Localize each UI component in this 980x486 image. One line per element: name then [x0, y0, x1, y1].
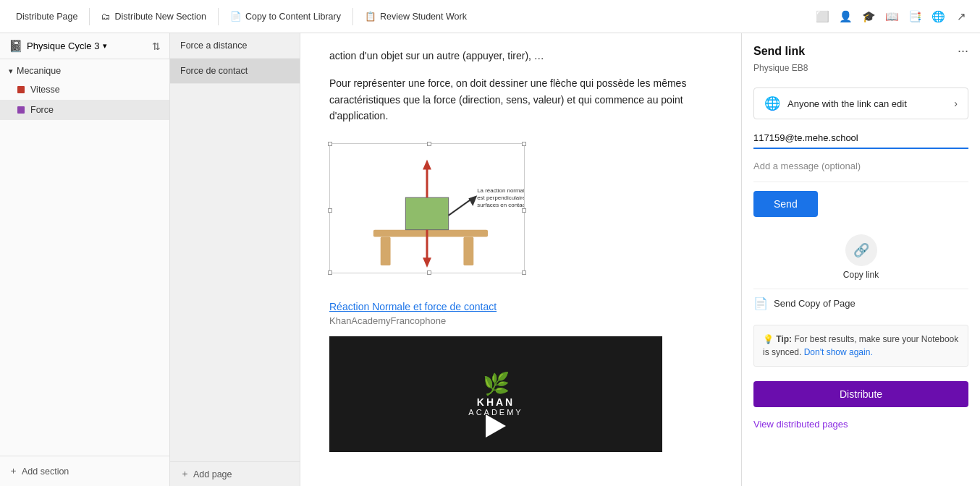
dont-show-again-link[interactable]: Don't show again. [804, 347, 873, 357]
main-area: 📓 Physique Cycle 3 ▾ ⇅ ▾ Mecanique Vites… [0, 33, 980, 486]
toolbar-sep-1 [89, 8, 90, 25]
copy-library-icon: 📄 [230, 11, 242, 22]
video-play-button[interactable] [486, 414, 506, 438]
copy-icon[interactable]: ⬜ [812, 7, 832, 27]
panel-subtitle: Physique EB8 [742, 63, 980, 82]
book-icon[interactable]: 📖 [882, 7, 902, 27]
page-item-vitesse[interactable]: Vitesse [0, 80, 169, 100]
page-list-item-force-a-distance[interactable]: Force a distance [170, 33, 300, 59]
sort-icon[interactable]: ⇅ [152, 40, 161, 52]
content-area: action d'un objet sur un autre (appuyer,… [300, 33, 741, 486]
panel-more-button[interactable]: ··· [958, 43, 968, 59]
page-label-vitesse: Vitesse [30, 85, 60, 95]
globe-toolbar-icon[interactable]: 🌐 [928, 7, 948, 27]
toolbar-sep-2 [218, 8, 219, 25]
notebook-name: Physique Cycle 3 [27, 40, 99, 51]
distribute-new-section-btn[interactable]: 🗂 Distribute New Section [94, 9, 213, 25]
toolbar-sep-3 [352, 8, 353, 25]
khan-tree-icon: 🌿 [483, 371, 510, 396]
page-list-label-force-a-distance: Force a distance [180, 40, 247, 51]
page-list-label-force-de-contact: Force de contact [180, 66, 248, 76]
section-group-header[interactable]: ▾ Mecanique [0, 62, 169, 80]
copy-link-label: Copy link [843, 270, 879, 280]
view-distributed-link[interactable]: View distributed pages [742, 414, 980, 434]
section-collapse-icon: ▾ [9, 67, 13, 76]
content-paragraph-1: action d'un objet sur un autre (appuyer,… [329, 48, 712, 64]
review-student-work-btn[interactable]: 📋 Review Student Work [358, 8, 474, 25]
svg-rect-2 [463, 236, 473, 265]
share-anyone-left: 🌐 Anyone with the link can edit [764, 95, 907, 111]
panel-title: Send link [753, 45, 805, 58]
tip-box: 💡 Tip: For best results, make sure your … [753, 325, 968, 367]
resize-handle-br[interactable] [522, 270, 526, 275]
tip-label: Tip: [776, 334, 792, 344]
message-optional[interactable]: Add a message (optional) [753, 156, 968, 182]
send-copy-text: Send Copy of Page [774, 298, 856, 309]
graduation-icon[interactable]: 🎓 [858, 7, 879, 27]
review-student-work-label: Review Student Work [380, 12, 467, 22]
chevron-right-icon: › [954, 98, 958, 109]
distribute-button[interactable]: Distribute [753, 381, 968, 407]
person-icon[interactable]: 👤 [835, 7, 856, 27]
copy-link-icon-button[interactable]: 🔗 [845, 234, 877, 266]
add-section-plus-icon: ＋ [9, 465, 18, 477]
section-group-label: Mecanique [17, 66, 61, 76]
resize-handle-ml[interactable] [328, 208, 332, 213]
svg-text:La réaction normale: La réaction normale [477, 187, 524, 194]
share-icon[interactable]: ↗ [951, 7, 971, 27]
resize-handle-bc[interactable] [427, 270, 431, 275]
pages-icon[interactable]: 📑 [905, 7, 925, 27]
add-page-button[interactable]: ＋ Add page [180, 468, 290, 480]
review-icon: 📋 [365, 11, 376, 22]
sidebar-header: 📓 Physique Cycle 3 ▾ ⇅ [0, 33, 169, 59]
notebook-title[interactable]: 📓 Physique Cycle 3 ▾ [9, 39, 107, 53]
section-group-mecanique: ▾ Mecanique Vitesse Force [0, 59, 169, 123]
copy-link-section: 🔗 Copy link [742, 234, 980, 280]
diagram-container: La réaction normale est perpendiculaire … [329, 143, 525, 273]
add-section-label: Add section [22, 466, 69, 477]
tip-lightbulb-icon: 💡 [763, 334, 774, 344]
resize-handle-tr[interactable] [522, 142, 526, 146]
send-link-panel: Send link ··· Physique EB8 🌐 Anyone with… [741, 33, 980, 486]
svg-rect-0 [373, 229, 488, 236]
page-list-item-force-de-contact[interactable]: Force de contact [170, 59, 300, 84]
sidebar-sections: 📓 Physique Cycle 3 ▾ ⇅ ▾ Mecanique Vites… [0, 33, 170, 486]
sidebar-pages-footer: ＋ Add page [170, 461, 300, 486]
svg-marker-7 [423, 257, 431, 268]
page-item-force[interactable]: Force [0, 100, 169, 120]
page-label-force: Force [30, 105, 54, 115]
resize-handle-tc[interactable] [427, 142, 431, 146]
content-link[interactable]: Réaction Normale et force de contact [329, 301, 712, 312]
sidebar-pages: Force a distance Force de contact ＋ Add … [170, 33, 300, 486]
khan-title: KHAN [477, 396, 515, 408]
svg-rect-3 [405, 197, 448, 230]
distribute-page-label: Distribute Page [16, 12, 77, 22]
video-logo: 🌿 KHAN ACADEMY [468, 371, 523, 417]
resize-handle-bl[interactable] [328, 270, 332, 275]
email-input[interactable] [753, 128, 968, 148]
distribute-new-section-label: Distribute New Section [114, 12, 206, 22]
video-container[interactable]: 🌿 KHAN ACADEMY [329, 336, 662, 452]
page-dot-force [17, 106, 25, 114]
add-page-label: Add page [193, 469, 232, 479]
svg-marker-5 [423, 159, 431, 169]
resize-handle-mr[interactable] [522, 208, 526, 213]
notebook-icon: 📓 [9, 39, 23, 53]
share-anyone-text: Anyone with the link can edit [787, 98, 907, 109]
email-input-wrapper [753, 128, 968, 149]
panel-header: Send link ··· [742, 33, 980, 63]
resize-handle-tl[interactable] [328, 142, 332, 146]
content-link-sub: KhanAcademyFrancophone [329, 315, 712, 326]
add-section-button[interactable]: ＋ Add section [9, 462, 161, 480]
distribute-page-btn[interactable]: Distribute Page [9, 9, 85, 25]
send-copy-row[interactable]: 📄 Send Copy of Page [753, 289, 968, 317]
send-copy-icon: 📄 [753, 297, 768, 310]
copy-to-content-library-label: Copy to Content Library [245, 12, 341, 22]
page-list: Force a distance Force de contact [170, 33, 300, 461]
link-icon: 🔗 [853, 242, 869, 258]
send-button[interactable]: Send [753, 191, 818, 217]
sidebar-footer: ＋ Add section [0, 456, 169, 486]
copy-to-content-library-btn[interactable]: 📄 Copy to Content Library [223, 8, 348, 25]
share-anyone-row[interactable]: 🌐 Anyone with the link can edit › [753, 88, 968, 119]
svg-text:surfaces en contact.: surfaces en contact. [477, 202, 524, 208]
